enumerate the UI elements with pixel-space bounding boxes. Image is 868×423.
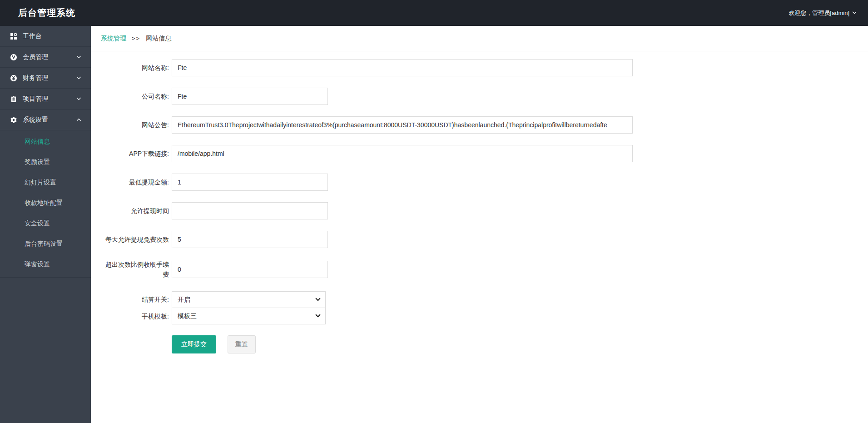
field-label: 最低提现金额: bbox=[101, 177, 169, 187]
sidebar-item-label: 工作台 bbox=[23, 32, 42, 40]
sidebar-subitem-security-settings[interactable]: 安全设置 bbox=[0, 213, 91, 234]
excess-fee-ratio-input[interactable] bbox=[172, 261, 328, 278]
reset-button[interactable]: 重置 bbox=[228, 335, 256, 353]
admin-app: 后台管理系统 欢迎您，管理员[admin] 工作台会员管理财务管理项目管理系统设… bbox=[0, 0, 868, 423]
app-download-link-input[interactable] bbox=[172, 145, 633, 162]
main-content: 系统管理 >> 网站信息 网站名称:公司名称:网站公告:APP下载链接:最低提现… bbox=[91, 26, 868, 423]
company-name-input[interactable] bbox=[172, 88, 328, 105]
mobile-template-select[interactable]: 模板三 bbox=[172, 308, 326, 324]
form-row-daily-free-withdraw-count: 每天允许提现免费次数 bbox=[91, 231, 868, 248]
form-row-app-download-link: APP下载链接: bbox=[91, 145, 868, 162]
form-row-excess-fee-ratio: 超出次数比例收取手续费 bbox=[91, 259, 868, 280]
field-label: 手机模板: bbox=[101, 311, 169, 321]
sidebar-item-members[interactable]: 会员管理 bbox=[0, 47, 91, 68]
layout: 工作台会员管理财务管理项目管理系统设置网站信息奖励设置幻灯片设置收款地址配置安全… bbox=[0, 26, 868, 423]
sidebar-item-system[interactable]: 系统设置 bbox=[0, 109, 91, 130]
settlement-switch-select[interactable]: 开启 bbox=[172, 291, 326, 308]
sidebar-subitem-slideshow-settings[interactable]: 幻灯片设置 bbox=[0, 172, 91, 193]
project-icon bbox=[10, 95, 18, 103]
withdraw-time-allowed-input[interactable] bbox=[172, 202, 328, 219]
breadcrumb-separator: >> bbox=[132, 35, 140, 42]
breadcrumb-parent-link[interactable]: 系统管理 bbox=[101, 35, 126, 43]
field-label: 网站名称: bbox=[101, 63, 169, 73]
sidebar-subitem-reward-settings[interactable]: 奖励设置 bbox=[0, 152, 91, 172]
form-row-mobile-template: 手机模板:模板三 bbox=[91, 308, 868, 324]
min-withdraw-amount-input[interactable] bbox=[172, 174, 328, 191]
form-row-site-name: 网站名称: bbox=[91, 59, 868, 76]
member-icon bbox=[10, 54, 18, 61]
user-dropdown[interactable]: 欢迎您，管理员[admin] bbox=[789, 9, 857, 17]
breadcrumb-current: 网站信息 bbox=[146, 35, 171, 43]
breadcrumb: 系统管理 >> 网站信息 bbox=[91, 26, 868, 51]
mobile-template-select-wrap: 模板三 bbox=[172, 308, 326, 324]
site-name-input[interactable] bbox=[172, 59, 633, 76]
sidebar-item-label: 财务管理 bbox=[23, 74, 48, 82]
field-label: 网站公告: bbox=[101, 120, 169, 130]
dashboard-grid-icon bbox=[10, 33, 18, 40]
form-row-min-withdraw-amount: 最低提现金额: bbox=[91, 174, 868, 191]
form-row-withdraw-time-allowed: 允许提现时间 bbox=[91, 202, 868, 219]
form-row-site-announcement: 网站公告: bbox=[91, 116, 868, 134]
sidebar-submenu: 网站信息奖励设置幻灯片设置收款地址配置安全设置后台密码设置弹窗设置 bbox=[0, 130, 91, 278]
form-row-settlement-switch: 结算开关:开启 bbox=[91, 291, 868, 308]
daily-free-withdraw-count-input[interactable] bbox=[172, 231, 328, 248]
sidebar-subitem-payment-address[interactable]: 收款地址配置 bbox=[0, 193, 91, 213]
field-label: APP下载链接: bbox=[101, 149, 169, 159]
form-fields-container: 网站名称:公司名称:网站公告:APP下载链接:最低提现金额:允许提现时间每天允许… bbox=[91, 59, 868, 280]
sidebar-item-finance[interactable]: 财务管理 bbox=[0, 68, 91, 89]
chevron-down-icon bbox=[76, 75, 82, 81]
submit-button[interactable]: 立即提交 bbox=[172, 335, 216, 353]
form-selects-container: 结算开关:开启手机模板:模板三 bbox=[91, 291, 868, 324]
settings-form: 网站名称:公司名称:网站公告:APP下载链接:最低提现金额:允许提现时间每天允许… bbox=[91, 51, 868, 372]
sidebar-subitem-admin-password[interactable]: 后台密码设置 bbox=[0, 234, 91, 254]
chevron-down-icon bbox=[76, 54, 82, 60]
field-label: 超出次数比例收取手续费 bbox=[101, 259, 169, 280]
field-label: 结算开关: bbox=[101, 294, 169, 304]
welcome-text: 欢迎您，管理员[admin] bbox=[789, 9, 849, 17]
form-row-company-name: 公司名称: bbox=[91, 88, 868, 105]
sidebar-item-workbench[interactable]: 工作台 bbox=[0, 26, 91, 47]
settlement-switch-select-wrap: 开启 bbox=[172, 291, 326, 308]
chevron-down-icon bbox=[852, 9, 857, 17]
sidebar: 工作台会员管理财务管理项目管理系统设置网站信息奖励设置幻灯片设置收款地址配置安全… bbox=[0, 26, 91, 423]
topbar: 后台管理系统 欢迎您，管理员[admin] bbox=[0, 0, 868, 26]
chevron-up-icon bbox=[76, 117, 82, 123]
sidebar-nav: 工作台会员管理财务管理项目管理系统设置网站信息奖励设置幻灯片设置收款地址配置安全… bbox=[0, 26, 91, 278]
gear-icon bbox=[10, 116, 18, 124]
site-announcement-input[interactable] bbox=[172, 116, 633, 134]
chevron-down-icon bbox=[76, 96, 82, 102]
sidebar-item-label: 系统设置 bbox=[23, 116, 48, 124]
form-buttons-row: 立即提交 重置 bbox=[172, 324, 868, 353]
field-label: 每天允许提现免费次数 bbox=[101, 234, 169, 244]
field-label: 允许提现时间 bbox=[101, 206, 169, 216]
sidebar-item-projects[interactable]: 项目管理 bbox=[0, 89, 91, 109]
sidebar-subitem-popup-settings[interactable]: 弹窗设置 bbox=[0, 254, 91, 274]
field-label: 公司名称: bbox=[101, 91, 169, 101]
sidebar-item-label: 项目管理 bbox=[23, 95, 48, 103]
sidebar-item-label: 会员管理 bbox=[23, 53, 48, 61]
app-title: 后台管理系统 bbox=[18, 7, 75, 19]
sidebar-subitem-site-info[interactable]: 网站信息 bbox=[0, 131, 91, 152]
finance-icon bbox=[10, 75, 18, 82]
